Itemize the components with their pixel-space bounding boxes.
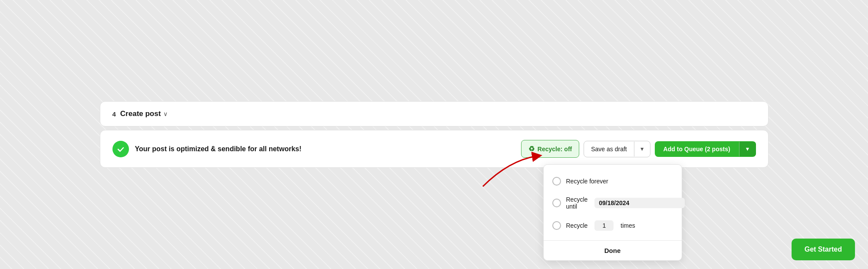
save-as-draft-label: Save as draft: [584, 141, 634, 157]
status-text: Your post is optimized & sendible for al…: [135, 145, 302, 153]
recycle-until-radio[interactable]: [552, 199, 561, 207]
create-post-card: 4 Create post ∨: [100, 101, 769, 126]
recycle-icon: ♻: [528, 145, 535, 153]
recycle-times-option[interactable]: Recycle times: [544, 215, 682, 236]
add-to-queue-button[interactable]: Add to Queue (2 posts) ▼: [655, 141, 756, 157]
recycle-until-label: Recycle until: [566, 196, 588, 210]
queue-dropdown-arrow-icon[interactable]: ▼: [739, 142, 756, 156]
chevron-down-icon[interactable]: ∨: [163, 110, 168, 117]
draft-dropdown-arrow-icon[interactable]: ▼: [634, 142, 650, 156]
recycle-times-label: Recycle: [566, 222, 588, 229]
status-left: Your post is optimized & sendible for al…: [112, 141, 302, 157]
get-started-button[interactable]: Get Started: [792, 239, 855, 260]
page-container: 4 Create post ∨ Your post is optimized &…: [100, 101, 769, 168]
step-number: 4: [112, 110, 116, 118]
recycle-until-date-input[interactable]: [594, 198, 685, 208]
step-title: Create post: [120, 110, 161, 118]
recycle-times-radio[interactable]: [552, 221, 561, 230]
recycle-until-option[interactable]: Recycle until: [544, 191, 682, 215]
actions-right: ♻ Recycle: off Save as draft ▼ Add to Qu…: [521, 140, 756, 158]
recycle-button[interactable]: ♻ Recycle: off: [521, 140, 579, 158]
recycle-times-suffix: times: [620, 222, 635, 229]
recycle-forever-radio[interactable]: [552, 177, 561, 186]
check-circle-icon: [112, 141, 129, 157]
recycle-label: Recycle: off: [538, 146, 572, 153]
save-as-draft-button[interactable]: Save as draft ▼: [584, 141, 650, 157]
recycle-times-input[interactable]: [594, 220, 614, 231]
add-to-queue-label: Add to Queue (2 posts): [655, 141, 739, 157]
recycle-forever-label: Recycle forever: [566, 178, 608, 185]
done-button[interactable]: Done: [544, 241, 682, 260]
recycle-forever-option[interactable]: Recycle forever: [544, 172, 682, 191]
red-arrow-annotation: [474, 152, 544, 193]
status-card: Your post is optimized & sendible for al…: [100, 130, 769, 168]
recycle-dropdown-panel: Recycle forever Recycle until Recycle ti…: [543, 164, 682, 261]
